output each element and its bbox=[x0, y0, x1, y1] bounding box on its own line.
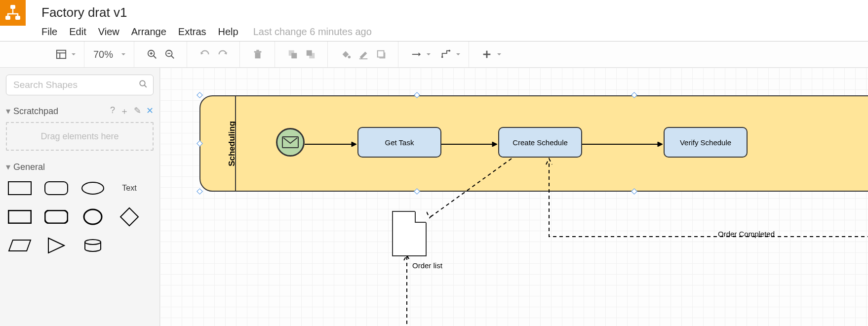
shape-rounded-rectangle[interactable] bbox=[43, 179, 69, 197]
search-shapes-input[interactable] bbox=[6, 75, 154, 95]
shape-diamond[interactable] bbox=[117, 208, 142, 226]
svg-point-25 bbox=[449, 50, 451, 52]
svg-rect-31 bbox=[45, 182, 68, 195]
scratchpad-add-button[interactable]: ＋ bbox=[120, 105, 129, 117]
shape-rectangle-thick[interactable] bbox=[7, 208, 33, 226]
scratchpad-close-button[interactable]: ✕ bbox=[146, 105, 154, 117]
delete-button[interactable] bbox=[249, 45, 267, 63]
line-color-button[interactable] bbox=[355, 45, 372, 63]
svg-rect-33 bbox=[8, 210, 31, 223]
bpmn-task-get-task[interactable]: Get Task bbox=[357, 127, 441, 158]
shape-palette: Text bbox=[6, 177, 154, 256]
shape-rounded-rectangle-thick[interactable] bbox=[43, 208, 69, 226]
svg-rect-2 bbox=[15, 16, 20, 20]
waypoints-button[interactable] bbox=[437, 45, 455, 63]
svg-point-20 bbox=[348, 56, 351, 59]
svg-rect-14 bbox=[254, 51, 262, 53]
selection-handle[interactable] bbox=[197, 92, 203, 98]
svg-rect-30 bbox=[8, 182, 31, 195]
svg-rect-3 bbox=[57, 50, 66, 59]
header: Factory drat v1 File Edit View Arrange E… bbox=[0, 0, 868, 41]
svg-point-35 bbox=[84, 209, 102, 224]
search-icon[interactable] bbox=[139, 80, 148, 90]
redo-button[interactable] bbox=[214, 45, 232, 63]
data-object-label: Order list bbox=[412, 261, 442, 270]
shape-text[interactable]: Text bbox=[117, 179, 142, 197]
shape-parallelogram[interactable] bbox=[7, 237, 33, 254]
shape-triangle[interactable] bbox=[43, 237, 69, 254]
drawio-logo-icon bbox=[4, 4, 22, 22]
general-label: General bbox=[13, 162, 45, 172]
to-front-button[interactable] bbox=[284, 45, 302, 63]
lane-title[interactable]: Scheduling bbox=[227, 121, 237, 166]
menu-extras[interactable]: Extras bbox=[178, 26, 206, 38]
diagram-canvas[interactable]: Scheduling Get Task Create Schedule Veri… bbox=[160, 68, 868, 326]
connection-button[interactable] bbox=[407, 45, 425, 63]
document-title[interactable]: Factory drat v1 bbox=[41, 5, 372, 20]
sequence-flow[interactable] bbox=[582, 142, 664, 147]
save-status: Last change 6 minutes ago bbox=[253, 26, 372, 38]
svg-point-28 bbox=[140, 81, 145, 86]
shape-ellipse-thick[interactable] bbox=[80, 208, 106, 226]
to-back-button[interactable] bbox=[302, 45, 319, 63]
svg-rect-17 bbox=[291, 53, 297, 58]
svg-point-24 bbox=[441, 56, 443, 58]
edge-label[interactable]: Order Completed bbox=[718, 230, 775, 238]
bpmn-task-create-schedule[interactable]: Create Schedule bbox=[498, 127, 582, 158]
scratchpad-dropzone[interactable]: Drag elements here bbox=[6, 122, 154, 151]
page-view-button[interactable] bbox=[52, 45, 70, 63]
shadow-button[interactable] bbox=[372, 45, 390, 63]
bpmn-task-verify-schedule[interactable]: Verify Schedule bbox=[664, 127, 748, 158]
selection-handle[interactable] bbox=[197, 188, 203, 195]
caret-down-icon: ▾ bbox=[6, 106, 10, 117]
scratchpad-section[interactable]: ▾ Scratchpad ? ＋ ✎ ✕ bbox=[6, 105, 154, 117]
menubar: File Edit View Arrange Extras Help Last … bbox=[41, 26, 372, 38]
fill-color-button[interactable] bbox=[337, 45, 355, 63]
insert-caret[interactable] bbox=[497, 52, 502, 57]
toolbar: 70% bbox=[0, 41, 868, 68]
zoom-level[interactable]: 70% bbox=[93, 49, 113, 60]
caret-down-icon: ▾ bbox=[6, 162, 10, 172]
svg-line-11 bbox=[171, 56, 174, 59]
svg-point-32 bbox=[82, 182, 104, 194]
svg-rect-13 bbox=[255, 52, 261, 58]
zoom-out-button[interactable] bbox=[161, 45, 179, 63]
zoom-caret[interactable] bbox=[121, 52, 126, 57]
connection-caret[interactable] bbox=[426, 52, 431, 57]
menu-file[interactable]: File bbox=[41, 26, 57, 38]
svg-rect-0 bbox=[10, 5, 15, 9]
scratchpad-edit-button[interactable]: ✎ bbox=[134, 105, 141, 117]
svg-point-36 bbox=[85, 240, 101, 244]
svg-rect-1 bbox=[5, 16, 10, 20]
menu-edit[interactable]: Edit bbox=[69, 26, 86, 38]
svg-line-40 bbox=[431, 159, 512, 217]
menu-arrange[interactable]: Arrange bbox=[131, 26, 166, 38]
svg-rect-34 bbox=[45, 210, 68, 223]
menu-view[interactable]: View bbox=[98, 26, 119, 38]
scratchpad-help-button[interactable]: ? bbox=[110, 105, 115, 117]
zoom-in-button[interactable] bbox=[143, 45, 161, 63]
page-view-caret[interactable] bbox=[71, 52, 76, 57]
svg-rect-15 bbox=[256, 50, 259, 51]
general-section[interactable]: ▾ General bbox=[6, 162, 154, 172]
data-association[interactable] bbox=[427, 158, 515, 222]
shape-cylinder[interactable] bbox=[80, 237, 106, 254]
sequence-flow[interactable] bbox=[305, 142, 357, 147]
data-association[interactable] bbox=[402, 158, 412, 326]
svg-line-7 bbox=[154, 56, 157, 59]
app-logo bbox=[0, 0, 26, 26]
svg-rect-19 bbox=[307, 50, 312, 56]
shape-rectangle[interactable] bbox=[7, 179, 33, 197]
bpmn-start-event[interactable] bbox=[276, 128, 305, 157]
envelope-icon bbox=[282, 136, 299, 148]
message-flow[interactable] bbox=[545, 158, 868, 246]
sequence-flow[interactable] bbox=[441, 142, 498, 147]
waypoints-caret[interactable] bbox=[456, 52, 461, 57]
shape-ellipse[interactable] bbox=[80, 179, 106, 197]
sidebar: ▾ Scratchpad ? ＋ ✎ ✕ Drag elements here … bbox=[0, 68, 160, 326]
menu-help[interactable]: Help bbox=[218, 26, 238, 38]
svg-line-29 bbox=[144, 85, 147, 87]
insert-button[interactable] bbox=[478, 45, 496, 63]
scratchpad-label: Scratchpad bbox=[13, 106, 58, 117]
undo-button[interactable] bbox=[196, 45, 214, 63]
